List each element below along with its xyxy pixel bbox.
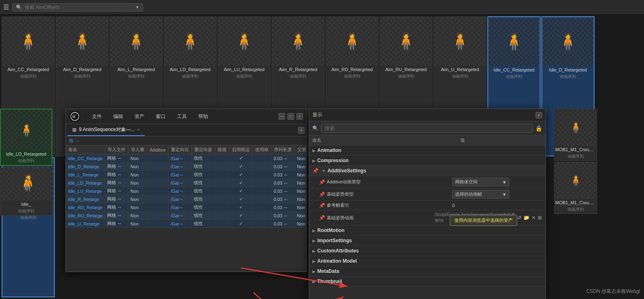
col-import2[interactable]: 导入重 xyxy=(128,145,147,154)
search-input[interactable] xyxy=(25,4,133,10)
table-scroll[interactable]: 命名 导入文件 导入重 Additive 重定向目 重定向姿 插值 启用根运 使… xyxy=(66,145,306,272)
menu-asset[interactable]: 资产 xyxy=(131,112,148,121)
right-panel: 🧍 MOB1_M1_Crouch_Look_RD45_Retargeted 动画… xyxy=(554,109,644,214)
maximize-button[interactable]: □ xyxy=(287,113,294,120)
search-bar[interactable]: 🔍 ▼ xyxy=(12,3,143,11)
col-parent[interactable]: 父资产 xyxy=(295,145,306,154)
tab-animsequence[interactable]: ⊞ 9 AnimSequence对象—... × xyxy=(67,124,145,136)
dialog-controls: — □ × xyxy=(278,113,303,120)
col-pose[interactable]: 重定向姿 xyxy=(192,145,215,154)
group-import[interactable]: ▶ ImportSettings xyxy=(309,236,545,246)
prop-header: 命名 值 xyxy=(309,136,545,145)
display-dialog: 显示 × 🔍 🔒 命名 值 ▶ Animation xyxy=(309,109,546,299)
col-additive[interactable]: Additive xyxy=(147,145,168,154)
dialog-area: U 文件 编辑 资产 窗口 工具 帮助 — □ × ⊞ xyxy=(65,109,548,299)
minimize-button[interactable]: — xyxy=(278,113,285,120)
breadcrumb-toolbar: 根 › xyxy=(66,136,306,145)
table-row[interactable]: Idle_U_Retarge 网格 ↔ Non /Gar↔ 线性 ✓ 0.03 … xyxy=(66,220,306,228)
group-additive-label: AdditiveSettings xyxy=(328,168,366,174)
display-close-button[interactable]: × xyxy=(536,112,542,118)
base-pose-dropdown[interactable]: 选择的动画帧 ▼ xyxy=(452,190,509,199)
menu-file[interactable]: 文件 xyxy=(89,112,105,121)
col-use[interactable]: 使用标 xyxy=(253,145,272,154)
asset-grid: 🧍 Aim_CC_Retargeted 动画序列 🧍 Aim_D_Retarge… xyxy=(0,15,644,299)
pin-icon[interactable]: 📌 xyxy=(312,168,319,174)
additive-type-dropdown[interactable]: 网格体空间 ▼ xyxy=(452,178,509,186)
group-custom[interactable]: ▶ CustomAttributes xyxy=(309,246,545,256)
pin-base-anim[interactable]: 📌 xyxy=(319,215,325,221)
menu-tools[interactable]: 工具 xyxy=(174,112,190,121)
group-rootmotion[interactable]: ▶ RootMotion xyxy=(309,225,545,236)
group-compression[interactable]: ▶ Compression xyxy=(309,156,545,166)
data-table: 命名 导入文件 导入重 Additive 重定向目 重定向姿 插值 启用根运 使… xyxy=(66,145,306,228)
table-row[interactable]: Idle_RU_Retarge 网格 ↔ Non /Gar↔ 线性 ✓ 0.03… xyxy=(66,212,306,220)
col-name[interactable]: 命名 xyxy=(66,145,105,154)
table-row[interactable]: Idle_RD_Retarge 网格 ↔ Non /Gar↔ 线性 ✓ 0.03… xyxy=(66,203,306,212)
expand-icon-4: ▶ xyxy=(312,228,316,233)
col-root[interactable]: 启用根运 xyxy=(229,145,253,154)
search-icon: 🔍 xyxy=(16,4,22,10)
group-custom-label: CustomAttributes xyxy=(317,248,359,254)
clear-icon[interactable]: ✕ xyxy=(531,214,536,221)
prop-additive-type: 📌 Additive动画类型 网格体空间 ▼ xyxy=(309,176,545,188)
table-row[interactable]: Idle_LU_Retarge 网格 ↔ Non /Gar↔ 线性 ✓ 0.03… xyxy=(66,187,306,195)
table-row[interactable]: Idle_L_Retarge 网格 ↔ Non /Gar↔ 线性 ✓ 0.03 … xyxy=(66,171,306,179)
refresh-icon[interactable]: ↺ xyxy=(517,214,522,221)
group-import-label: ImportSettings xyxy=(317,238,352,243)
watermark: CSDN @暮志未晚Webgl xyxy=(586,288,640,295)
tab-close-icon[interactable]: × xyxy=(137,127,140,132)
hamburger-menu-icon[interactable]: ☰ xyxy=(3,3,9,11)
group-additive-settings[interactable]: 📌 ▼ AdditiveSettings xyxy=(309,166,545,176)
close-button[interactable]: × xyxy=(296,113,303,120)
pin-base-pose[interactable]: 📌 xyxy=(319,192,325,197)
display-search-input[interactable] xyxy=(321,124,533,133)
panel-close-button[interactable]: × xyxy=(298,127,305,134)
expand-icon-9: ▶ xyxy=(312,279,316,284)
lock-icon[interactable]: 🔒 xyxy=(535,125,542,132)
group-animation[interactable]: ▶ Animation xyxy=(309,145,545,156)
left-asset-ld[interactable]: 🧍 Idle_LD_Retargeted 动画序列 🧍 Idle_ 动画序列 xyxy=(0,109,53,216)
prop-name-header: 命名 xyxy=(312,137,460,143)
expand-icon-2: ▶ xyxy=(312,158,316,163)
col-retarget[interactable]: 重定向目 xyxy=(168,145,192,154)
group-thumbnail-label: Thumbnail xyxy=(317,279,342,284)
col-import1[interactable]: 导入文件 xyxy=(105,145,128,154)
display-titlebar: 显示 × xyxy=(309,109,545,121)
table-row[interactable]: Idle_CC_Retarge 网格 ↔ Non /Gar↔ 线性 ✓ 0.03… xyxy=(66,154,306,163)
tab-bar: ⊞ 9 AnimSequence对象—... × × xyxy=(66,124,306,136)
display-title: 显示 xyxy=(312,112,322,118)
browse-icon[interactable]: 📁 xyxy=(523,214,530,221)
pin-additive-type[interactable]: 📌 xyxy=(319,179,325,185)
grid-dialog: U 文件 编辑 资产 窗口 工具 帮助 — □ × ⊞ xyxy=(65,109,307,272)
breadcrumb-root[interactable]: 根 xyxy=(69,138,74,144)
group-animation-label: Animation xyxy=(317,147,341,153)
group-anim-model[interactable]: ▶ Animation Model xyxy=(309,256,545,266)
table-row[interactable]: Idle_LD_Retarge 网格 ↔ Non /Gar↔ 线性 ✓ 0.03… xyxy=(66,179,306,187)
svg-text:U: U xyxy=(73,114,75,118)
menu-edit[interactable]: 编辑 xyxy=(110,112,126,121)
dropdown-arrow-icon: ▼ xyxy=(502,180,507,185)
search-dropdown-icon[interactable]: ▼ xyxy=(135,5,139,9)
expand-icon-5: ▶ xyxy=(312,239,316,243)
menu-window[interactable]: 窗口 xyxy=(153,112,169,121)
expand-icon-3: ▼ xyxy=(322,169,326,173)
prop-base-pose-value: 选择的动画帧 ▼ xyxy=(452,190,542,199)
prop-additive-type-name: Additive动画类型 xyxy=(327,179,452,185)
grid-view-icon[interactable]: ⊞ xyxy=(537,214,542,221)
prop-ref-frame: 📌 参考帧索引 0 xyxy=(309,201,545,210)
table-row[interactable]: Idle_D_Retarge 网格 ↔ Non /Gar↔ 线性 ✓ 0.03 … xyxy=(66,163,306,171)
group-thumbnail[interactable]: ▶ Thumbnail xyxy=(309,277,545,287)
expand-icon-8: ▶ xyxy=(312,269,316,274)
prop-val-header: 值 xyxy=(460,137,542,143)
group-metadata[interactable]: ▶ MetaData xyxy=(309,266,545,277)
col-interp[interactable]: 插值 xyxy=(215,145,229,154)
table-row[interactable]: Idle_R_Retarge 网格 ↔ Non /Gar↔ 线性 ✓ 0.03 … xyxy=(66,195,306,203)
pin-ref-frame[interactable]: 📌 xyxy=(319,203,325,208)
ue-logo: U xyxy=(69,111,81,122)
expand-icon-6: ▶ xyxy=(312,249,316,253)
group-anim-model-label: Animation Model xyxy=(317,258,357,264)
display-search: 🔍 🔒 xyxy=(309,121,545,136)
col-len[interactable]: 序列长度 xyxy=(272,145,295,154)
menu-help[interactable]: 帮助 xyxy=(195,112,211,121)
group-rootmotion-label: RootMotion xyxy=(317,228,345,233)
